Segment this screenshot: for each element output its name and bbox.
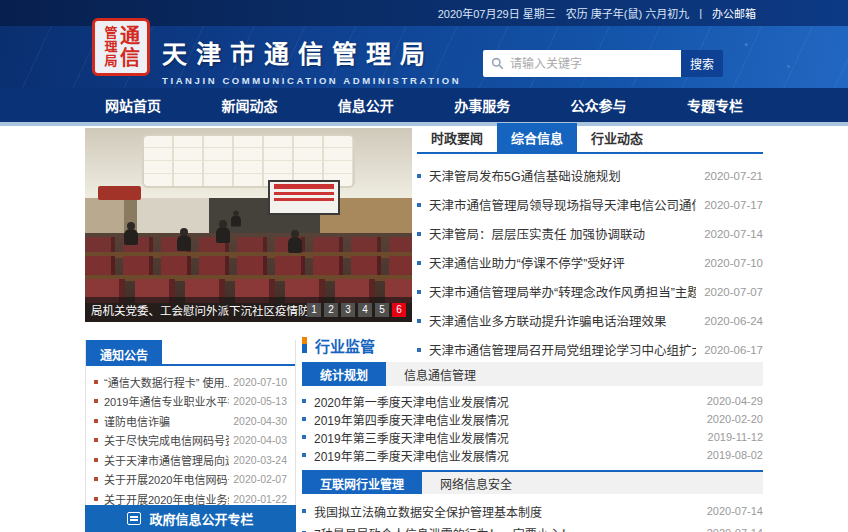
bullet-icon	[417, 174, 421, 178]
carousel-pager: 1 2 3 4 5 6	[307, 303, 406, 317]
list-item[interactable]: 7种最易导致个人信息泄露的行为！一定要小心！ 2020-07-14	[302, 522, 763, 532]
section-marker-icon	[302, 337, 307, 353]
list-item[interactable]: 2019年第三季度天津电信业发展情况 2019-11-12	[302, 428, 763, 446]
gov-info-disclosure-button[interactable]: 政府信息公开专栏	[85, 505, 296, 532]
notice-item[interactable]: 2019年通信专业职业水平考... 2020-05-13	[94, 392, 287, 412]
photo-person	[177, 235, 191, 251]
main-content: 局机关党委、工会慰问外派下沉社区疫情防控工作人 1 2 3 4 5 6 时政要闻…	[85, 128, 763, 532]
bullet-icon	[302, 435, 306, 439]
carousel-image[interactable]: 局机关党委、工会慰问外派下沉社区疫情防控工作人 1 2 3 4 5 6	[85, 128, 412, 322]
office-mailbox-link[interactable]: 办公邮箱	[712, 5, 756, 21]
notice-item[interactable]: 关于天津市通信管理局向通... 2020-03-24	[94, 450, 287, 470]
carousel-page-2[interactable]: 2	[324, 303, 338, 317]
notice-item[interactable]: 关于开展2020年电信网码号... 2020-02-07	[94, 470, 287, 490]
bullet-icon	[417, 261, 421, 265]
notices-list: “通信大数据行程卡” 使用... 2020-07-10 2019年通信专业职业水…	[86, 366, 295, 517]
carousel-caption-bar: 局机关党委、工会慰问外派下沉社区疫情防控工作人 1 2 3 4 5 6	[85, 297, 412, 322]
industry-tabbar-1: 统计规划 信息通信管理	[302, 362, 763, 386]
nav-item-services[interactable]: 办事服务	[454, 95, 510, 115]
agency-seal-logo[interactable]: 管理局 通信	[92, 18, 150, 76]
search-input-wrap	[483, 50, 681, 77]
industry-list-2: 我国拟立法确立数据安全保护管理基本制度 2020-07-14 7种最易导致个人信…	[302, 494, 763, 532]
photo-speaker	[231, 216, 241, 227]
notice-item[interactable]: 关于尽快完成电信网码号资... 2020-04-03	[94, 431, 287, 451]
tab-current-politics[interactable]: 时政要闻	[417, 123, 497, 152]
site-header: 管理局 通信 天津市通信管理局 TIANJIN COMMUNICATION AD…	[0, 26, 848, 88]
nav-item-news[interactable]: 新闻动态	[221, 95, 277, 115]
bullet-icon	[302, 417, 306, 421]
bullet-icon	[94, 458, 98, 462]
tab-internet-industry-management[interactable]: 互联网行业管理	[302, 472, 422, 494]
bullet-icon	[94, 399, 98, 403]
bullet-icon	[417, 203, 421, 207]
search-box: 搜索	[483, 50, 723, 77]
industry-tabbar-2: 互联网行业管理 网络信息安全	[302, 470, 763, 494]
section-title: 行业监管	[315, 335, 375, 356]
photo-red-banner	[98, 186, 141, 200]
tab-network-info-security[interactable]: 网络信息安全	[422, 472, 530, 494]
seal-text-right: 通信	[119, 25, 139, 69]
site-title-block: 天津市通信管理局 TIANJIN COMMUNICATION ADMINISTR…	[162, 34, 461, 86]
photo-projector-screen	[268, 180, 340, 215]
photo-person	[216, 227, 230, 243]
nav-item-disclosure[interactable]: 信息公开	[338, 95, 394, 115]
tab-comprehensive-info[interactable]: 综合信息	[497, 123, 577, 152]
bullet-icon	[417, 232, 421, 236]
carousel-caption[interactable]: 局机关党委、工会慰问外派下沉社区疫情防控工作人	[91, 302, 307, 318]
industry-list-1: 2020年第一季度天津电信业发展情况 2020-04-29 2019年第四季度天…	[302, 386, 763, 466]
bullet-icon	[94, 380, 98, 384]
nav-item-participation[interactable]: 公众参与	[571, 95, 627, 115]
news-item[interactable]: 天津通信业助力“停课不停学”受好评 2020-07-10	[417, 248, 763, 277]
carousel-page-5[interactable]: 5	[375, 303, 389, 317]
bullet-icon	[302, 399, 306, 403]
bullet-icon	[417, 290, 421, 294]
site-subtitle: TIANJIN COMMUNICATION ADMINISTRATION	[162, 75, 461, 86]
list-item[interactable]: 2019年第二季度天津电信业发展情况 2019-08-02	[302, 446, 763, 464]
photo-chair-row	[85, 256, 412, 275]
tab-info-comm-management[interactable]: 信息通信管理	[386, 362, 494, 386]
tab-industry-trends[interactable]: 行业动态	[577, 123, 657, 152]
carousel-page-3[interactable]: 3	[341, 303, 355, 317]
news-tabs: 时政要闻 综合信息 行业动态	[417, 128, 763, 154]
bullet-icon	[302, 509, 306, 513]
divider: |	[699, 7, 702, 19]
list-item[interactable]: 2019年第四季度天津电信业发展情况 2020-02-20	[302, 410, 763, 428]
notices-header: 通知公告	[86, 340, 295, 366]
news-item[interactable]: 天津管局发布5G通信基础设施规划 2020-07-21	[417, 161, 763, 190]
bullet-icon	[94, 497, 98, 501]
current-date: 2020年07月29日 星期三	[438, 5, 556, 21]
tab-statistics-planning[interactable]: 统计规划	[302, 362, 386, 386]
tab-notices[interactable]: 通知公告	[86, 340, 162, 364]
nav-item-home[interactable]: 网站首页	[105, 95, 161, 115]
list-item[interactable]: 2020年第一季度天津电信业发展情况 2020-04-29	[302, 392, 763, 410]
news-item[interactable]: 天津管局：层层压实责任 加强协调联动 2020-07-14	[417, 219, 763, 248]
news-item[interactable]: 天津市通信管理局领导现场指导天津电信公司通信建设安全 2020-07-17	[417, 190, 763, 219]
seal-text-left: 管理局	[104, 26, 117, 68]
news-item[interactable]: 天津市通信管理局举办“转理念改作风勇担当”主题警示教 2020-07-07	[417, 277, 763, 306]
notice-item[interactable]: “通信大数据行程卡” 使用... 2020-07-10	[94, 372, 287, 392]
page: 2020年07月29日 星期三 农历 庚子年(鼠) 六月初九 | 办公邮箱 管理…	[0, 0, 848, 532]
industry-supervision-section: 行业监管 统计规划 信息通信管理 2020年第一季度天津电信业发展情况 2020…	[302, 334, 763, 532]
search-icon	[491, 57, 504, 70]
site-title: 天津市通信管理局	[162, 34, 461, 70]
search-input[interactable]	[510, 57, 673, 71]
news-item[interactable]: 天津通信业多方联动提升诈骗电话治理效果 2020-06-24	[417, 306, 763, 335]
carousel-page-1[interactable]: 1	[307, 303, 321, 317]
list-item[interactable]: 我国拟立法确立数据安全保护管理基本制度 2020-07-14	[302, 500, 763, 522]
photo-person	[124, 229, 138, 245]
nav-item-special[interactable]: 专题专栏	[687, 95, 743, 115]
photo-ceiling-panel	[144, 136, 353, 186]
search-button[interactable]: 搜索	[681, 50, 723, 77]
bullet-icon	[94, 438, 98, 442]
notices-panel: 通知公告 “通信大数据行程卡” 使用... 2020-07-10 2019年通信…	[85, 340, 296, 518]
bullet-icon	[302, 453, 306, 457]
bullet-icon	[417, 319, 421, 323]
section-title-row: 行业监管	[302, 334, 763, 356]
main-nav: 网站首页 新闻动态 信息公开 办事服务 公众参与 专题专栏	[0, 88, 848, 122]
bullet-icon	[94, 419, 98, 423]
carousel-page-6[interactable]: 6	[392, 303, 406, 317]
carousel-page-4[interactable]: 4	[358, 303, 372, 317]
photo-person	[288, 237, 302, 253]
lunar-date: 农历 庚子年(鼠) 六月初九	[566, 5, 689, 21]
notice-item[interactable]: 谨防电信诈骗 2020-04-30	[94, 411, 287, 431]
